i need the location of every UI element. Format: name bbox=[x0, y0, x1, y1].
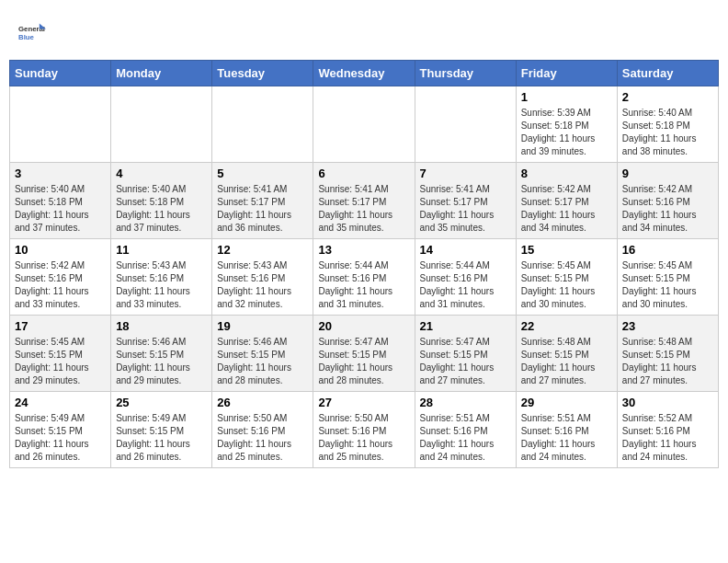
day-number: 12 bbox=[217, 243, 308, 257]
day-info: Sunrise: 5:45 AM Sunset: 5:15 PM Dayligh… bbox=[622, 259, 713, 311]
day-number: 24 bbox=[15, 396, 106, 409]
day-info: Sunrise: 5:42 AM Sunset: 5:16 PM Dayligh… bbox=[15, 259, 106, 311]
day-info: Sunrise: 5:39 AM Sunset: 5:18 PM Dayligh… bbox=[521, 107, 612, 158]
day-info: Sunrise: 5:44 AM Sunset: 5:16 PM Dayligh… bbox=[420, 259, 511, 311]
weekday-header: Wednesday bbox=[313, 61, 415, 86]
weekday-header: Tuesday bbox=[212, 61, 313, 86]
weekday-header: Sunday bbox=[10, 61, 111, 86]
day-info: Sunrise: 5:41 AM Sunset: 5:17 PM Dayligh… bbox=[318, 183, 409, 235]
calendar-cell: 29Sunrise: 5:51 AM Sunset: 5:16 PM Dayli… bbox=[516, 392, 617, 468]
weekday-header: Friday bbox=[516, 61, 617, 86]
day-number: 3 bbox=[15, 167, 106, 180]
day-info: Sunrise: 5:42 AM Sunset: 5:16 PM Dayligh… bbox=[622, 183, 713, 235]
day-number: 10 bbox=[15, 243, 106, 257]
calendar-table: SundayMondayTuesdayWednesdayThursdayFrid… bbox=[9, 60, 719, 468]
day-number: 9 bbox=[622, 167, 713, 180]
calendar-cell bbox=[10, 86, 111, 163]
day-info: Sunrise: 5:44 AM Sunset: 5:16 PM Dayligh… bbox=[318, 259, 409, 311]
calendar-cell: 28Sunrise: 5:51 AM Sunset: 5:16 PM Dayli… bbox=[415, 392, 516, 468]
day-number: 4 bbox=[116, 167, 207, 180]
calendar-week-row: 17Sunrise: 5:45 AM Sunset: 5:15 PM Dayli… bbox=[10, 316, 719, 392]
calendar-cell: 3Sunrise: 5:40 AM Sunset: 5:18 PM Daylig… bbox=[10, 163, 111, 239]
calendar-week-row: 10Sunrise: 5:42 AM Sunset: 5:16 PM Dayli… bbox=[10, 239, 719, 316]
calendar-cell: 13Sunrise: 5:44 AM Sunset: 5:16 PM Dayli… bbox=[313, 239, 415, 316]
day-info: Sunrise: 5:51 AM Sunset: 5:16 PM Dayligh… bbox=[521, 412, 612, 464]
calendar-cell: 1Sunrise: 5:39 AM Sunset: 5:18 PM Daylig… bbox=[516, 86, 617, 163]
day-info: Sunrise: 5:40 AM Sunset: 5:18 PM Dayligh… bbox=[622, 107, 713, 158]
calendar-cell: 2Sunrise: 5:40 AM Sunset: 5:18 PM Daylig… bbox=[617, 86, 718, 163]
calendar-header: SundayMondayTuesdayWednesdayThursdayFrid… bbox=[10, 61, 719, 86]
day-number: 30 bbox=[622, 396, 713, 409]
calendar-cell: 6Sunrise: 5:41 AM Sunset: 5:17 PM Daylig… bbox=[313, 163, 415, 239]
day-info: Sunrise: 5:48 AM Sunset: 5:15 PM Dayligh… bbox=[622, 336, 713, 387]
day-number: 5 bbox=[217, 167, 308, 180]
day-info: Sunrise: 5:52 AM Sunset: 5:16 PM Dayligh… bbox=[622, 412, 713, 464]
calendar-cell: 11Sunrise: 5:43 AM Sunset: 5:16 PM Dayli… bbox=[111, 239, 212, 316]
day-number: 7 bbox=[420, 167, 511, 180]
day-info: Sunrise: 5:49 AM Sunset: 5:15 PM Dayligh… bbox=[116, 412, 207, 464]
day-number: 1 bbox=[521, 90, 612, 104]
calendar-cell: 17Sunrise: 5:45 AM Sunset: 5:15 PM Dayli… bbox=[10, 316, 111, 392]
calendar-cell bbox=[111, 86, 212, 163]
calendar-cell bbox=[313, 86, 415, 163]
day-number: 23 bbox=[622, 319, 713, 333]
calendar-cell: 25Sunrise: 5:49 AM Sunset: 5:15 PM Dayli… bbox=[111, 392, 212, 468]
calendar-cell: 9Sunrise: 5:42 AM Sunset: 5:16 PM Daylig… bbox=[617, 163, 718, 239]
day-info: Sunrise: 5:49 AM Sunset: 5:15 PM Dayligh… bbox=[15, 412, 106, 464]
calendar-cell: 26Sunrise: 5:50 AM Sunset: 5:16 PM Dayli… bbox=[212, 392, 313, 468]
calendar-cell: 21Sunrise: 5:47 AM Sunset: 5:15 PM Dayli… bbox=[415, 316, 516, 392]
day-number: 17 bbox=[15, 319, 106, 333]
calendar-week-row: 1Sunrise: 5:39 AM Sunset: 5:18 PM Daylig… bbox=[10, 86, 719, 163]
calendar-cell: 7Sunrise: 5:41 AM Sunset: 5:17 PM Daylig… bbox=[415, 163, 516, 239]
day-info: Sunrise: 5:41 AM Sunset: 5:17 PM Dayligh… bbox=[420, 183, 511, 235]
day-number: 19 bbox=[217, 319, 308, 333]
day-info: Sunrise: 5:42 AM Sunset: 5:17 PM Dayligh… bbox=[521, 183, 612, 235]
day-info: Sunrise: 5:50 AM Sunset: 5:16 PM Dayligh… bbox=[217, 412, 308, 464]
day-number: 15 bbox=[521, 243, 612, 257]
day-info: Sunrise: 5:48 AM Sunset: 5:15 PM Dayligh… bbox=[521, 336, 612, 387]
day-info: Sunrise: 5:47 AM Sunset: 5:15 PM Dayligh… bbox=[420, 336, 511, 387]
weekday-header: Monday bbox=[111, 61, 212, 86]
day-info: Sunrise: 5:45 AM Sunset: 5:15 PM Dayligh… bbox=[15, 336, 106, 387]
calendar-cell: 24Sunrise: 5:49 AM Sunset: 5:15 PM Dayli… bbox=[10, 392, 111, 468]
day-number: 11 bbox=[116, 243, 207, 257]
logo: GeneralBlue bbox=[18, 18, 50, 46]
day-info: Sunrise: 5:46 AM Sunset: 5:15 PM Dayligh… bbox=[217, 336, 308, 387]
calendar-cell: 5Sunrise: 5:41 AM Sunset: 5:17 PM Daylig… bbox=[212, 163, 313, 239]
day-info: Sunrise: 5:41 AM Sunset: 5:17 PM Dayligh… bbox=[217, 183, 308, 235]
weekday-header: Saturday bbox=[617, 61, 718, 86]
calendar-cell bbox=[415, 86, 516, 163]
calendar-cell: 18Sunrise: 5:46 AM Sunset: 5:15 PM Dayli… bbox=[111, 316, 212, 392]
day-info: Sunrise: 5:50 AM Sunset: 5:16 PM Dayligh… bbox=[318, 412, 409, 464]
calendar-body: 1Sunrise: 5:39 AM Sunset: 5:18 PM Daylig… bbox=[10, 86, 719, 468]
day-info: Sunrise: 5:51 AM Sunset: 5:16 PM Dayligh… bbox=[420, 412, 511, 464]
day-info: Sunrise: 5:47 AM Sunset: 5:15 PM Dayligh… bbox=[318, 336, 409, 387]
day-number: 25 bbox=[116, 396, 207, 409]
day-number: 22 bbox=[521, 319, 612, 333]
calendar-cell: 4Sunrise: 5:40 AM Sunset: 5:18 PM Daylig… bbox=[111, 163, 212, 239]
day-number: 21 bbox=[420, 319, 511, 333]
calendar-cell: 30Sunrise: 5:52 AM Sunset: 5:16 PM Dayli… bbox=[617, 392, 718, 468]
day-number: 14 bbox=[420, 243, 511, 257]
day-number: 6 bbox=[318, 167, 409, 180]
calendar-cell: 19Sunrise: 5:46 AM Sunset: 5:15 PM Dayli… bbox=[212, 316, 313, 392]
calendar-cell: 27Sunrise: 5:50 AM Sunset: 5:16 PM Dayli… bbox=[313, 392, 415, 468]
logo-icon: GeneralBlue bbox=[18, 18, 46, 46]
calendar-cell: 14Sunrise: 5:44 AM Sunset: 5:16 PM Dayli… bbox=[415, 239, 516, 316]
day-number: 28 bbox=[420, 396, 511, 409]
day-info: Sunrise: 5:40 AM Sunset: 5:18 PM Dayligh… bbox=[15, 183, 106, 235]
calendar-cell: 8Sunrise: 5:42 AM Sunset: 5:17 PM Daylig… bbox=[516, 163, 617, 239]
calendar-cell: 15Sunrise: 5:45 AM Sunset: 5:15 PM Dayli… bbox=[516, 239, 617, 316]
page-header: GeneralBlue bbox=[9, 9, 719, 60]
day-number: 8 bbox=[521, 167, 612, 180]
day-info: Sunrise: 5:40 AM Sunset: 5:18 PM Dayligh… bbox=[116, 183, 207, 235]
day-info: Sunrise: 5:46 AM Sunset: 5:15 PM Dayligh… bbox=[116, 336, 207, 387]
day-number: 16 bbox=[622, 243, 713, 257]
day-number: 27 bbox=[318, 396, 409, 409]
calendar-cell: 23Sunrise: 5:48 AM Sunset: 5:15 PM Dayli… bbox=[617, 316, 718, 392]
calendar-cell: 22Sunrise: 5:48 AM Sunset: 5:15 PM Dayli… bbox=[516, 316, 617, 392]
day-info: Sunrise: 5:43 AM Sunset: 5:16 PM Dayligh… bbox=[116, 259, 207, 311]
day-info: Sunrise: 5:45 AM Sunset: 5:15 PM Dayligh… bbox=[521, 259, 612, 311]
calendar-cell: 20Sunrise: 5:47 AM Sunset: 5:15 PM Dayli… bbox=[313, 316, 415, 392]
day-number: 20 bbox=[318, 319, 409, 333]
